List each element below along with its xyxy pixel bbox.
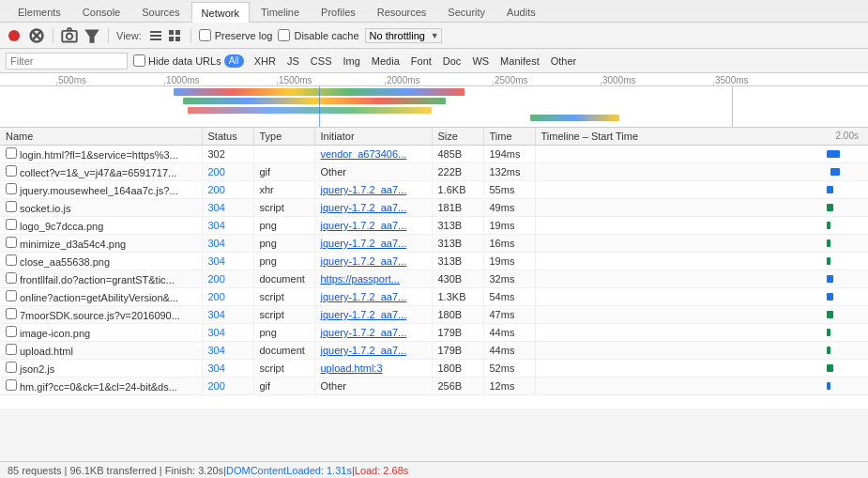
row-checkbox[interactable]	[6, 326, 17, 337]
disable-cache-label[interactable]: Disable cache	[294, 30, 358, 41]
row-checkbox[interactable]	[6, 344, 17, 355]
initiator-link[interactable]: jquery-1.7.2_aa7...	[321, 220, 407, 231]
tab-elements[interactable]: Elements	[8, 1, 71, 22]
col-header-initiator[interactable]: Initiator	[314, 128, 432, 146]
preserve-log-checkbox[interactable]	[199, 29, 211, 41]
grid-view-button[interactable]	[166, 27, 183, 44]
initiator-link[interactable]: jquery-1.7.2_aa7...	[321, 238, 407, 249]
row-checkbox[interactable]	[6, 219, 17, 230]
type-btn-ws[interactable]: WS	[467, 54, 494, 68]
col-header-size[interactable]: Size	[432, 128, 483, 146]
svg-point-5	[67, 33, 72, 39]
col-header-timeline[interactable]: Timeline – Start Time 2.00s	[535, 128, 868, 146]
row-time: 52ms	[483, 360, 535, 378]
tab-console[interactable]: Console	[72, 1, 130, 22]
tab-timeline[interactable]: Timeline	[251, 1, 310, 22]
row-checkbox[interactable]	[6, 254, 17, 266]
list-view-button[interactable]	[147, 27, 164, 44]
row-initiator: Other	[314, 163, 432, 181]
row-checkbox[interactable]	[6, 165, 17, 177]
type-btn-css[interactable]: CSS	[306, 54, 337, 68]
timeline-ruler: 500ms 1000ms 1500ms 2000ms 2500ms 3000ms…	[0, 73, 868, 86]
initiator-link[interactable]: jquery-1.7.2_aa7...	[321, 291, 407, 302]
initiator-link[interactable]: jquery-1.7.2_aa7...	[321, 202, 407, 213]
col-header-type[interactable]: Type	[253, 128, 314, 146]
type-btn-media[interactable]: Media	[367, 54, 404, 68]
initiator-link[interactable]: upload.html:3	[321, 362, 383, 374]
table-row[interactable]: online?action=getAbilityVersion&...200sc…	[0, 288, 868, 306]
row-checkbox[interactable]	[6, 183, 17, 194]
table-row[interactable]: minimize_d3a54c4.png304pngjquery-1.7.2_a…	[0, 235, 868, 253]
row-checkbox[interactable]	[6, 362, 17, 373]
tick-500ms: 500ms	[56, 73, 86, 86]
type-btn-doc[interactable]: Doc	[438, 54, 466, 68]
col-header-status[interactable]: Status	[202, 128, 253, 146]
hide-data-urls-checkbox[interactable]	[133, 54, 145, 67]
type-btn-other[interactable]: Other	[546, 54, 582, 68]
row-size: 222B	[432, 163, 483, 181]
row-status: 304	[202, 235, 253, 253]
row-checkbox[interactable]	[6, 147, 17, 159]
tab-network[interactable]: Network	[191, 2, 250, 23]
row-type: gif	[253, 163, 314, 181]
row-checkbox[interactable]	[6, 237, 17, 248]
col-header-name[interactable]: Name	[0, 128, 202, 146]
table-row[interactable]: socket.io.js304scriptjquery-1.7.2_aa7...…	[0, 199, 868, 217]
table-row[interactable]: json2.js304scriptupload.html:3180B52ms	[0, 360, 868, 378]
row-timeline	[535, 378, 868, 395]
row-checkbox[interactable]	[6, 308, 17, 319]
row-time: 44ms	[483, 342, 535, 360]
table-row[interactable]: login.html?fl=1&service=https%3...302ven…	[0, 146, 868, 163]
initiator-link[interactable]: jquery-1.7.2_aa7...	[321, 184, 407, 195]
type-btn-manifest[interactable]: Manifest	[495, 54, 544, 68]
type-btn-img[interactable]: Img	[338, 54, 364, 68]
initiator-link[interactable]: jquery-1.7.2_aa7...	[321, 345, 407, 356]
table-row[interactable]: 7moorSDK.source.js?v=2016090...304script…	[0, 306, 868, 324]
initiator-link[interactable]: vendor_a673406...	[321, 148, 407, 160]
row-name: logo_9c7dcca.png	[20, 221, 103, 232]
row-timeline	[535, 235, 868, 253]
camera-button[interactable]	[61, 27, 78, 44]
initiator-link[interactable]: jquery-1.7.2_aa7...	[321, 255, 407, 267]
filter-input[interactable]	[6, 53, 128, 69]
preserve-log-label[interactable]: Preserve log	[215, 30, 273, 41]
table-row[interactable]: frontllfail.do?action=grantST&tic...200d…	[0, 270, 868, 288]
row-timeline	[535, 288, 868, 306]
row-name: collect?v=1&_v=j47&a=6591717...	[20, 167, 176, 178]
row-type: png	[253, 217, 314, 235]
hide-data-urls-label[interactable]: Hide data URLs	[148, 55, 221, 67]
type-btn-xhr[interactable]: XHR	[250, 54, 281, 68]
initiator-link[interactable]: https://passport...	[321, 273, 400, 285]
initiator-link[interactable]: jquery-1.7.2_aa7...	[321, 309, 407, 320]
stop-button[interactable]	[28, 27, 45, 44]
initiator-link[interactable]: jquery-1.7.2_aa7...	[321, 327, 407, 338]
row-type: xhr	[253, 181, 314, 199]
table-row[interactable]: image-icon.png304pngjquery-1.7.2_aa7...1…	[0, 324, 868, 342]
tab-resources[interactable]: Resources	[367, 1, 437, 22]
tab-sources[interactable]: Sources	[131, 1, 190, 22]
record-button[interactable]	[6, 27, 23, 44]
row-checkbox[interactable]	[6, 379, 17, 391]
row-size: 181B	[432, 199, 483, 217]
table-row[interactable]: close_aa55638.png304pngjquery-1.7.2_aa7.…	[0, 253, 868, 270]
disable-cache-checkbox[interactable]	[278, 29, 290, 41]
table-row[interactable]: logo_9c7dcca.png304pngjquery-1.7.2_aa7..…	[0, 217, 868, 235]
col-header-time[interactable]: Time	[483, 128, 535, 146]
svg-rect-9	[150, 39, 161, 40]
table-row[interactable]: upload.html304documentjquery-1.7.2_aa7..…	[0, 342, 868, 360]
tab-profiles[interactable]: Profiles	[311, 1, 366, 22]
row-timeline	[535, 199, 868, 217]
row-initiator: jquery-1.7.2_aa7...	[314, 324, 432, 342]
row-checkbox[interactable]	[6, 290, 17, 301]
table-row[interactable]: hm.gif?cc=0&ck=1&cl=24-bit&ds...200gifOt…	[0, 378, 868, 395]
row-checkbox[interactable]	[6, 272, 17, 284]
row-checkbox[interactable]	[6, 201, 17, 212]
tab-security[interactable]: Security	[437, 1, 495, 22]
type-btn-font[interactable]: Font	[406, 54, 436, 68]
tab-audits[interactable]: Audits	[496, 1, 546, 22]
type-btn-js[interactable]: JS	[282, 54, 304, 68]
table-row[interactable]: jquery.mousewheel_164aa7c.js?...200xhrjq…	[0, 181, 868, 199]
table-row[interactable]: collect?v=1&_v=j47&a=6591717...200gifOth…	[0, 163, 868, 181]
throttle-select[interactable]: No throttling	[365, 28, 442, 43]
filter-icon-button[interactable]	[84, 27, 100, 44]
